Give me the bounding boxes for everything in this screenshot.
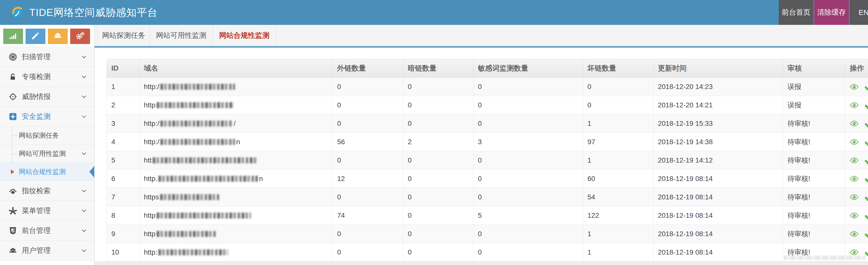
actions-cell xyxy=(845,206,868,224)
tab-2[interactable]: 网站可用性监测 xyxy=(150,25,213,46)
sensitive-words-cell: 0 xyxy=(473,114,583,132)
pencil-toolbar-button[interactable] xyxy=(26,29,45,44)
view-eye-icon[interactable] xyxy=(850,137,859,147)
censored-domain xyxy=(153,157,257,163)
content-area: ID域名外链数量暗链数量敏感词监测数量坏链数量更新时间审核操作 1http:/0… xyxy=(94,48,868,263)
view-eye-icon[interactable] xyxy=(850,156,859,165)
review-status-cell: 误报 xyxy=(783,78,845,96)
sidebar-subitem[interactable]: 网站合规性监测 xyxy=(0,163,94,181)
domain-cell: http xyxy=(139,206,333,224)
column-header: 操作 xyxy=(845,59,868,77)
view-eye-icon[interactable] xyxy=(850,211,859,220)
approve-check-icon[interactable] xyxy=(865,230,868,238)
actions-cell xyxy=(845,133,868,151)
view-eye-icon[interactable] xyxy=(850,230,859,238)
table-row: 6http.n1200602018-12-19 08:14待审核! xyxy=(106,169,868,188)
chevron-down-icon xyxy=(81,54,87,60)
tab-3[interactable]: 网站合规性监测 xyxy=(213,25,276,46)
approve-check-icon[interactable] xyxy=(865,156,868,165)
column-header: 外链数量 xyxy=(332,59,403,77)
tab-1[interactable]: 网站探测任务 xyxy=(97,25,150,46)
domain-prefix: htt xyxy=(144,156,152,164)
column-header: ID xyxy=(107,59,139,77)
user-group-icon xyxy=(53,31,62,42)
review-status-cell: 待审核! xyxy=(783,169,845,188)
sidebar-item-label: 指纹检索 xyxy=(22,186,51,196)
approve-check-icon[interactable] xyxy=(865,82,868,91)
header-nav: 前台首页清除缓存ENGLISH xyxy=(778,0,868,25)
hidden-links-cell: 0 xyxy=(403,78,473,96)
hidden-links-cell: 0 xyxy=(403,225,473,243)
language-button[interactable]: ENGLISH xyxy=(850,0,868,25)
sidebar-item-label: 安全监测 xyxy=(22,112,51,122)
view-eye-icon[interactable] xyxy=(850,101,859,110)
approve-check-icon[interactable] xyxy=(865,119,868,128)
approve-check-icon[interactable] xyxy=(865,211,868,220)
plus-square-icon xyxy=(8,112,18,121)
hidden-links-cell: 2 xyxy=(403,133,473,151)
review-status-cell: 待审核! xyxy=(783,114,845,132)
broken-links-cell: 54 xyxy=(583,188,653,206)
table-row: 3http://00012018-12-19 15:33待审核! xyxy=(106,114,868,133)
table-row: 9http00012018-12-19 08:14待审核! xyxy=(106,225,868,243)
approve-check-icon[interactable] xyxy=(865,193,868,202)
approve-check-icon[interactable] xyxy=(865,137,868,147)
bar-chart-toolbar-button[interactable] xyxy=(3,29,23,44)
sidebar-item[interactable]: 前台管理 xyxy=(0,221,94,241)
updated-time-cell: 2018-12-19 14:38 xyxy=(653,133,783,151)
gears-toolbar-button[interactable] xyxy=(70,29,90,44)
updated-time-cell: 2018-12-19 08:14 xyxy=(653,188,783,206)
sidebar: 扫描管理专项检测威胁情报安全监测网站探测任务网站可用性监测网站合规性监测指纹检索… xyxy=(0,25,94,265)
sidebar-submenu: 网站探测任务网站可用性监测网站合规性监测 xyxy=(0,127,94,181)
users-icon xyxy=(8,246,18,255)
broken-links-cell: 0 xyxy=(583,96,653,114)
view-eye-icon[interactable] xyxy=(850,82,859,91)
censored-domain xyxy=(157,231,216,237)
id-cell: 8 xyxy=(107,206,139,224)
user-group-toolbar-button[interactable] xyxy=(48,29,68,44)
table-row: 1http:/00002018-12-20 14:23误报 xyxy=(106,78,868,96)
table-row: 10http:00012018-12-19 08:14待审核! xyxy=(106,243,868,262)
sidebar-item[interactable]: 指纹检索 xyxy=(0,181,94,201)
sidebar-item[interactable]: 专项检测 xyxy=(0,67,94,87)
front-home-button[interactable]: 前台首页 xyxy=(779,0,813,25)
sidebar-item[interactable]: 威胁情报 xyxy=(0,87,94,107)
sensitive-words-cell: 0 xyxy=(473,243,583,261)
compliance-table: ID域名外链数量暗链数量敏感词监测数量坏链数量更新时间审核操作 1http:/0… xyxy=(106,59,868,262)
actions-cell xyxy=(845,225,868,243)
sidebar-item[interactable]: 用户管理 xyxy=(0,241,94,261)
view-eye-icon[interactable] xyxy=(850,174,859,183)
broken-links-cell: 97 xyxy=(583,133,653,151)
domain-prefix: http xyxy=(144,230,155,238)
actions-cell xyxy=(845,78,868,96)
view-eye-icon[interactable] xyxy=(850,119,859,128)
domain-cell: http xyxy=(139,225,333,243)
domain-prefix: http xyxy=(144,101,155,109)
actions-cell xyxy=(845,188,868,206)
active-edge-marker-icon xyxy=(89,166,94,178)
approve-check-icon[interactable] xyxy=(865,174,868,183)
sidebar-subitem[interactable]: 网站可用性监测 xyxy=(0,145,94,163)
sidebar-subitem[interactable]: 网站探测任务 xyxy=(0,127,94,145)
id-cell: 4 xyxy=(107,133,139,151)
censored-domain xyxy=(158,176,258,182)
domain-prefix: http. xyxy=(144,175,157,183)
approve-check-icon[interactable] xyxy=(865,101,868,110)
review-status-cell: 待审核! xyxy=(783,188,845,206)
domain-cell: http.n xyxy=(139,169,333,188)
external-links-cell: 12 xyxy=(332,169,403,188)
id-cell: 9 xyxy=(107,225,139,243)
view-eye-icon[interactable] xyxy=(850,193,859,202)
sidebar-item[interactable]: 扫描管理 xyxy=(0,47,94,67)
external-links-cell: 0 xyxy=(332,243,403,261)
domain-prefix: http:/ xyxy=(144,120,159,128)
actions-cell xyxy=(845,169,868,188)
sidebar-item[interactable]: 安全监测 xyxy=(0,107,94,127)
domain-cell: http xyxy=(139,96,333,114)
hidden-links-cell: 0 xyxy=(403,188,473,206)
main-area: 网站探测任务网站可用性监测网站合规性监测 ID域名外链数量暗链数量敏感词监测数量… xyxy=(94,25,868,265)
chevron-down-icon xyxy=(81,188,87,194)
clear-cache-button[interactable]: 清除缓存 xyxy=(814,0,849,25)
sidebar-item[interactable]: 菜单管理 xyxy=(0,201,94,221)
sensitive-words-cell: 3 xyxy=(473,133,583,151)
